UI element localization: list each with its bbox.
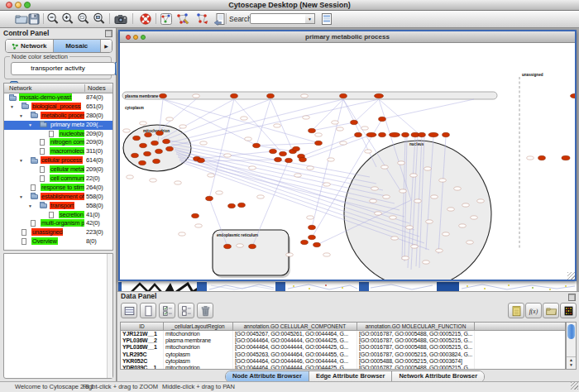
table-column-header[interactable]: annotation.GO CELLULAR_COMPONENT (233, 323, 357, 330)
network-node[interactable] (419, 132, 426, 136)
network-node-small[interactable] (249, 166, 256, 170)
network-node-small[interactable] (410, 174, 418, 177)
network-node-small[interactable] (426, 220, 433, 223)
network-tree-row[interactable]: nucleobase-209(0) (4, 130, 112, 139)
network-node-small[interactable] (179, 232, 186, 236)
table-row[interactable]: YDR039C__1mitochondrion[GO:0044464, GO:0… (121, 365, 565, 370)
network-tree-row[interactable]: response to stimulu264(0) (4, 184, 112, 193)
network-node[interactable] (375, 93, 384, 98)
table-row[interactable]: YPL036W__1mitochondrion[GO:0044464, GO:0… (121, 344, 565, 351)
network-node[interactable] (139, 160, 146, 165)
network-node[interactable] (156, 149, 163, 153)
network-node-small[interactable] (459, 224, 467, 227)
network-tree-row[interactable]: ▼transport558(0) (4, 202, 112, 211)
network-node[interactable] (198, 158, 205, 162)
expand-arrow-icon[interactable]: ▼ (28, 121, 32, 130)
network-node-small[interactable] (527, 156, 534, 160)
network-node[interactable] (366, 132, 376, 136)
tree-column-network[interactable]: Network (9, 84, 32, 93)
network-node-small[interactable] (328, 158, 335, 161)
network-node[interactable] (340, 93, 347, 98)
network-tree-row[interactable]: multi-organism pro42(0) (4, 219, 112, 228)
window-titlebar[interactable]: Cytoscape Desktop (New Session) (0, 0, 579, 11)
network-node-small[interactable] (245, 137, 252, 141)
scrollbar-track[interactable] (107, 254, 112, 378)
zoom-out-button[interactable] (45, 12, 60, 26)
network-node[interactable] (153, 159, 160, 163)
create-network-view-button[interactable] (175, 12, 190, 26)
network-node[interactable] (238, 203, 246, 207)
network-node-small[interactable] (166, 117, 174, 121)
network-node[interactable] (145, 132, 152, 136)
network-node-small[interactable] (383, 195, 390, 198)
network-node-small[interactable] (471, 216, 478, 219)
network-node[interactable] (132, 153, 139, 157)
network-node-small[interactable] (477, 199, 485, 203)
network-node-small[interactable] (274, 124, 281, 127)
region-plasma-membrane[interactable]: plasma membrane (122, 92, 497, 99)
network-node[interactable] (285, 158, 293, 162)
expand-arrow-icon[interactable]: ▼ (10, 103, 14, 112)
frame-zoom-icon[interactable] (141, 35, 146, 40)
network-node[interactable] (249, 244, 256, 248)
network-node-small[interactable] (398, 161, 405, 165)
save-session-button[interactable] (26, 12, 41, 26)
network-node-small[interactable] (439, 179, 447, 182)
network-node-small[interactable] (224, 154, 232, 157)
network-node-small[interactable] (315, 133, 323, 136)
network-node[interactable] (538, 155, 546, 160)
float-panel-icon[interactable] (568, 294, 576, 301)
network-node[interactable] (253, 143, 261, 147)
search-input[interactable] (250, 13, 306, 24)
network-node-small[interactable] (127, 175, 134, 179)
network-node[interactable] (293, 146, 300, 151)
help-button[interactable] (138, 12, 153, 26)
network-node-small[interactable] (257, 195, 265, 198)
network-node[interactable] (309, 128, 316, 132)
network-tree-row[interactable]: mosaic-demo-yeast874(0) (4, 93, 112, 103)
table-scrollbar[interactable]: ▲▼ (566, 322, 577, 370)
zoom-selected-region-button[interactable] (76, 12, 91, 26)
network-node-small[interactable] (195, 224, 203, 227)
network-tree-row[interactable]: nitrogen compo209(0) (4, 138, 112, 147)
network-node-small[interactable] (323, 183, 331, 186)
tab-network[interactable]: Network (6, 40, 54, 52)
network-node[interactable] (355, 132, 362, 136)
network-node-small[interactable] (454, 187, 462, 190)
zoom-in-button[interactable] (60, 12, 75, 26)
network-node[interactable] (206, 196, 213, 200)
network-tools-button[interactable] (195, 12, 210, 26)
scrollbar-arrows-icon[interactable]: ▲▼ (567, 356, 576, 369)
network-node-small[interactable] (301, 94, 309, 98)
network-node-small[interactable] (200, 141, 208, 145)
network-node-small[interactable] (150, 179, 157, 182)
network-node-small[interactable] (411, 245, 419, 248)
network-node[interactable] (267, 93, 275, 98)
destroy-network-button[interactable] (159, 12, 174, 26)
network-node[interactable] (231, 93, 238, 98)
network-node-small[interactable] (307, 216, 314, 219)
network-node-small[interactable] (467, 241, 474, 244)
network-node[interactable] (280, 151, 287, 155)
network-node-small[interactable] (371, 187, 379, 190)
network-node[interactable] (299, 157, 307, 161)
frame-resize-grip[interactable] (567, 272, 575, 280)
network-node-small[interactable] (208, 174, 215, 177)
tab-mosaic[interactable]: Mosaic (54, 40, 102, 52)
network-node-small[interactable] (462, 203, 470, 207)
network-tree-row[interactable]: ▼metabolic process280(0) (4, 112, 112, 121)
network-node-small[interactable] (361, 127, 369, 130)
import-attributes-button[interactable] (543, 303, 559, 318)
table-row[interactable]: YLR295Ccytoplasm[GO:0045263, GO:0044464,… (121, 351, 565, 358)
network-node-small[interactable] (390, 216, 397, 219)
network-node-small[interactable] (381, 165, 389, 169)
network-node-small[interactable] (332, 121, 339, 124)
network-node-small[interactable] (286, 253, 294, 256)
network-node-small[interactable] (423, 261, 430, 264)
network-node-small[interactable] (303, 116, 310, 119)
node-color-dropdown[interactable]: transporter activity ▲▼ (11, 62, 116, 75)
region-nucleus[interactable]: nucleus (344, 141, 491, 280)
annotation-button[interactable] (508, 303, 524, 318)
network-tree-row[interactable]: ▼cellular process614(0) (4, 156, 112, 165)
attribute-browser-button[interactable] (319, 12, 334, 26)
